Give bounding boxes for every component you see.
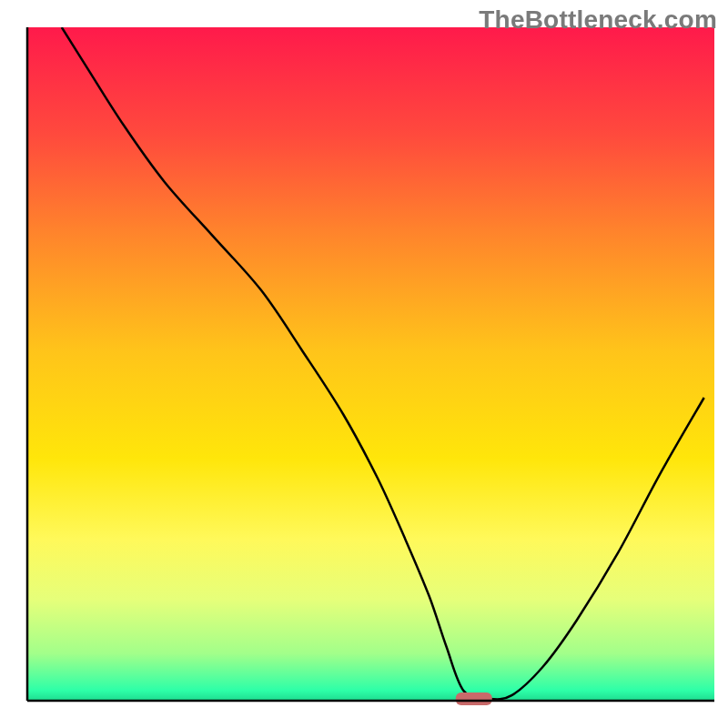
gradient-background bbox=[27, 27, 714, 701]
watermark-label: TheBottleneck.com bbox=[479, 5, 717, 35]
chart-svg bbox=[0, 0, 728, 728]
bottleneck-chart: TheBottleneck.com bbox=[0, 0, 728, 728]
optimal-point-marker bbox=[456, 693, 492, 705]
